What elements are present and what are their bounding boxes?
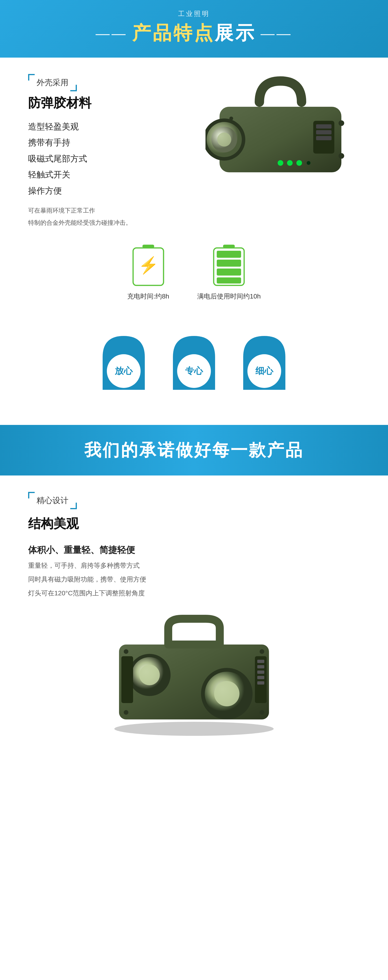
bracket-br2-icon bbox=[70, 503, 77, 509]
header-main-title: —— 产品特点展示 —— bbox=[5, 21, 383, 46]
svg-point-38 bbox=[214, 681, 240, 706]
list-item: 操作方便 bbox=[28, 183, 187, 199]
promise-item-2: 专心 bbox=[171, 334, 217, 390]
svg-point-35 bbox=[139, 665, 160, 685]
svg-point-48 bbox=[124, 710, 128, 715]
svg-point-14 bbox=[339, 153, 344, 159]
bracket-right-icon: —— bbox=[260, 25, 292, 41]
promise-arch-1: 放心 bbox=[100, 334, 147, 390]
header-sub-title: 工业照明 bbox=[5, 10, 383, 18]
battery-charging-icon: ⚡ bbox=[132, 243, 165, 287]
svg-point-13 bbox=[339, 120, 344, 126]
header-banner: 工业照明 —— 产品特点展示 —— bbox=[0, 0, 388, 57]
svg-point-46 bbox=[124, 649, 128, 654]
svg-rect-23 bbox=[217, 269, 241, 275]
svg-rect-24 bbox=[217, 277, 241, 283]
svg-rect-45 bbox=[121, 656, 133, 703]
promise-item-3: 细心 bbox=[241, 334, 288, 390]
promise-section: 放心 专心 细心 bbox=[28, 320, 360, 409]
svg-point-49 bbox=[260, 710, 264, 715]
feature-label-container: 外壳采用 bbox=[28, 74, 77, 91]
feature2-main-line: 体积小、重量轻、简捷轻便 bbox=[28, 544, 360, 556]
list-item: 携带有手持 bbox=[28, 135, 187, 151]
sub-line-1: 重量轻，可手持、肩挎等多种携带方式 bbox=[28, 559, 360, 573]
flashlight-svg bbox=[206, 74, 355, 182]
header-title-highlight: 产品特点 bbox=[132, 22, 215, 43]
feature2-bracket: 精心设计 bbox=[28, 492, 77, 509]
svg-text:细心: 细心 bbox=[255, 366, 274, 376]
blue-promise-banner: 我们的承诺做好每一款产品 bbox=[0, 425, 388, 476]
svg-point-5 bbox=[278, 160, 283, 166]
flashlight-image bbox=[206, 74, 355, 182]
svg-rect-10 bbox=[316, 124, 332, 129]
svg-point-7 bbox=[296, 160, 302, 166]
bracket-left-icon: —— bbox=[96, 25, 128, 41]
svg-rect-44 bbox=[257, 681, 264, 684]
section2: 精心设计 结构美观 体积小、重量轻、简捷轻便 重量轻，可手持、肩挎等多种携带方式… bbox=[0, 476, 388, 766]
blue-promise-text: 我们的承诺做好每一款产品 bbox=[19, 439, 369, 461]
battery-item-charging: ⚡ 充电时间:约8h bbox=[127, 243, 169, 301]
svg-rect-11 bbox=[316, 130, 332, 134]
list-item: 轻触式开关 bbox=[28, 167, 187, 183]
svg-rect-41 bbox=[257, 665, 264, 668]
svg-point-4 bbox=[217, 132, 231, 146]
svg-text:放心: 放心 bbox=[115, 366, 133, 376]
svg-point-6 bbox=[287, 160, 293, 166]
bracket-tl2-icon bbox=[28, 492, 35, 498]
svg-rect-43 bbox=[257, 676, 264, 679]
svg-rect-22 bbox=[217, 259, 241, 267]
header-title-text: 产品特点展示 bbox=[132, 21, 256, 46]
bracket-br-icon bbox=[70, 85, 77, 91]
svg-text:⚡: ⚡ bbox=[138, 256, 159, 275]
sub-line-3: 灯头可在120°C范围内上下调整照射角度 bbox=[28, 587, 360, 600]
bracket-tl-icon bbox=[28, 74, 35, 81]
battery-full-label: 满电后使用时间约10h bbox=[197, 292, 261, 301]
list-item: 造型轻盈美观 bbox=[28, 119, 187, 135]
svg-rect-40 bbox=[257, 660, 264, 663]
feature2-label: 精心设计 bbox=[37, 496, 69, 505]
section1-layout: 外壳采用 防弹胶材料 造型轻盈美观 携带有手持 吸磁式尾部方式 轻触式开关 操作… bbox=[28, 74, 360, 229]
dual-flashlight-container bbox=[28, 600, 360, 750]
small-text-list: 可在暴雨环境下正常工作 特制的合金外壳能经受强力碰撞冲击。 bbox=[28, 204, 187, 229]
section2-layout: 精心设计 结构美观 体积小、重量轻、简捷轻便 重量轻，可手持、肩挎等多种携带方式… bbox=[28, 492, 360, 750]
feature2-desc: 体积小、重量轻、简捷轻便 重量轻，可手持、肩挎等多种携带方式 同时具有磁力吸附功… bbox=[28, 544, 360, 600]
battery-item-full: 满电后使用时间约10h bbox=[197, 243, 261, 301]
sub-line-2: 同时具有磁力吸附功能，携带、使用方便 bbox=[28, 573, 360, 587]
list-item: 可在暴雨环境下正常工作 bbox=[28, 204, 187, 216]
section1-right bbox=[201, 74, 360, 182]
promise-item-1: 放心 bbox=[100, 334, 147, 390]
feature2-label-container: 精心设计 bbox=[28, 492, 360, 512]
svg-rect-21 bbox=[217, 251, 241, 258]
battery-full-icon bbox=[212, 243, 245, 287]
dual-flashlight-svg bbox=[100, 614, 288, 736]
bullet-list: 造型轻盈美观 携带有手持 吸磁式尾部方式 轻触式开关 操作方便 bbox=[28, 119, 187, 199]
svg-rect-42 bbox=[257, 670, 264, 674]
svg-point-15 bbox=[229, 116, 233, 120]
svg-point-8 bbox=[307, 161, 310, 165]
list-item: 特制的合金外壳能经受强力碰撞冲击。 bbox=[28, 216, 187, 229]
battery-section: ⚡ 充电时间:约8h 满电后使用时间约10h bbox=[28, 229, 360, 320]
svg-rect-12 bbox=[316, 136, 332, 140]
promise-arch-3: 细心 bbox=[241, 334, 288, 390]
list-item: 吸磁式尾部方式 bbox=[28, 151, 187, 167]
battery-charging-label: 充电时间:约8h bbox=[127, 292, 169, 301]
feature-main-title: 防弹胶材料 bbox=[28, 95, 187, 112]
feature2-sub-lines: 重量轻，可手持、肩挎等多种携带方式 同时具有磁力吸附功能，携带、使用方便 灯头可… bbox=[28, 559, 360, 600]
svg-point-47 bbox=[260, 649, 264, 654]
section1-left: 外壳采用 防弹胶材料 造型轻盈美观 携带有手持 吸磁式尾部方式 轻触式开关 操作… bbox=[28, 74, 187, 229]
promise-arch-2: 专心 bbox=[171, 334, 217, 390]
feature2-main-title: 结构美观 bbox=[28, 515, 360, 532]
svg-point-31 bbox=[114, 722, 274, 736]
svg-text:专心: 专心 bbox=[185, 366, 203, 376]
section1: 外壳采用 防弹胶材料 造型轻盈美观 携带有手持 吸磁式尾部方式 轻触式开关 操作… bbox=[0, 57, 388, 425]
feature-label-text: 外壳采用 bbox=[37, 78, 69, 87]
svg-rect-39 bbox=[255, 656, 267, 703]
